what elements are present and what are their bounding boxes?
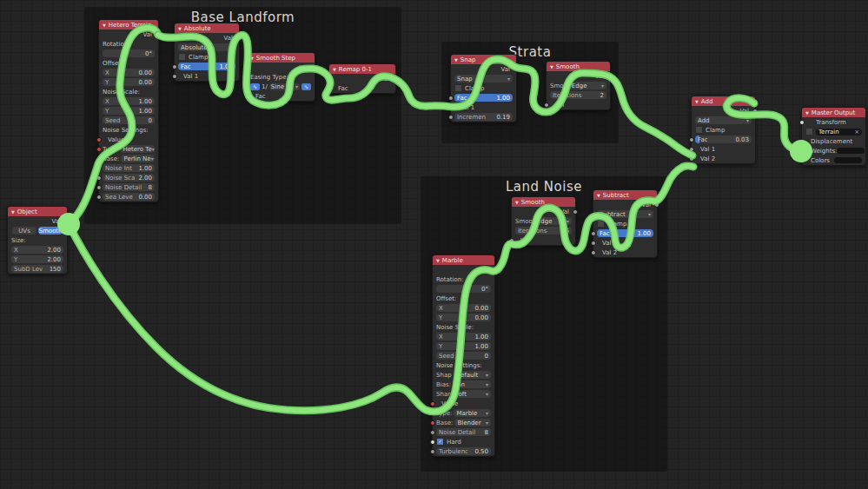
type-dropdown[interactable]: Hetero Te▾ (120, 145, 155, 153)
curve-icon[interactable]: ∿ (301, 83, 311, 90)
toggle-uvs[interactable]: UVs (12, 227, 36, 235)
sea-leve-field[interactable]: Sea Leve0.00 (103, 193, 155, 201)
collapse-arrow-icon[interactable]: ▼ (695, 99, 699, 104)
subd-lev-field[interactable]: SubD Lev150 (11, 265, 63, 273)
node-subtract[interactable]: ▼SubtractValSubtract▾ClampFac1.00Val 1Va… (593, 189, 658, 258)
node-master-output[interactable]: ▼Master OutputTransformTerrain×Displacem… (801, 107, 866, 166)
x-field[interactable]: X0.00 (436, 304, 491, 312)
fraction-icon[interactable]: 1/ (262, 83, 268, 90)
sea-leve-input-socket[interactable] (96, 195, 102, 200)
node-header[interactable]: ▼Absolute (175, 23, 239, 33)
noise-sca-input-socket[interactable] (96, 175, 102, 181)
fac-slider[interactable]: Fac1.00 (454, 94, 513, 102)
clamp-checkbox[interactable] (695, 126, 703, 134)
output-socket[interactable] (752, 109, 758, 114)
node-snap[interactable]: ▼SnapValSnap▾ClampFac1.00Val 1Incremen0.… (450, 54, 517, 122)
output-socket[interactable] (514, 67, 519, 72)
fac-input-socket[interactable] (689, 137, 694, 142)
node-smooth-land-noise[interactable]: ▼SmoothValSmooEdge▾Iterations6Val (511, 196, 576, 246)
node-header[interactable]: ▼Add (692, 96, 755, 106)
seed-field[interactable]: Seed0 (103, 116, 155, 124)
output-socket[interactable] (654, 202, 659, 208)
0-field[interactable]: 0° (436, 285, 491, 293)
noise-int-field[interactable]: Noise Int1.00 (103, 164, 155, 172)
val-input-socket[interactable] (509, 238, 514, 243)
incremen-input-socket[interactable] (448, 115, 454, 120)
val-2-input-socket[interactable] (689, 156, 694, 162)
node-remap-0-1[interactable]: ▼Remap 0-1ValFac (328, 63, 396, 94)
toggle-smooth[interactable]: Smooth (38, 227, 63, 235)
base-dropdown[interactable]: Perlin Ne▾ (121, 155, 155, 162)
x-field[interactable]: X0.00 (103, 69, 155, 76)
node-header[interactable]: ▼Hetero Terrain (99, 20, 158, 30)
smoo-dropdown[interactable]: Edge▾ (534, 217, 572, 225)
collapse-arrow-icon[interactable]: ▼ (805, 110, 809, 116)
node-header[interactable]: ▼Master Output (802, 108, 865, 117)
type-input-socket[interactable] (430, 411, 435, 416)
turbulenc-field[interactable]: Turbulenc0.50 (436, 447, 491, 455)
clamp-checkbox[interactable] (597, 220, 605, 228)
collapse-arrow-icon[interactable]: ▼ (436, 258, 440, 263)
output-socket[interactable] (492, 268, 497, 273)
output-socket[interactable] (393, 76, 398, 82)
seed-field[interactable]: Seed0 (436, 352, 491, 360)
iterations-field[interactable]: Iterations2 (550, 91, 606, 99)
noise-int-input-socket[interactable] (96, 166, 102, 171)
fac-slider[interactable]: Fac1.00 (597, 229, 653, 237)
weights-value-pill[interactable] (837, 148, 865, 154)
x-field[interactable]: X2.00 (11, 246, 63, 254)
iterations-field[interactable]: Iterations6 (515, 227, 572, 235)
incremen-field[interactable]: Incremen0.19 (454, 113, 513, 121)
shar-dropdown[interactable]: Soft▾ (452, 390, 491, 398)
smoo-dropdown[interactable]: Edge▾ (569, 82, 606, 89)
output-socket[interactable] (312, 65, 317, 70)
node-marble[interactable]: ▼MarbleValRotation:0°Offset:X0.00Y0.00No… (432, 254, 495, 457)
collapse-arrow-icon[interactable]: ▼ (250, 56, 254, 61)
base-input-socket[interactable] (430, 420, 435, 426)
node-header[interactable]: ▼Subtract (593, 190, 657, 200)
node-header[interactable]: ▼Remap 0-1 (329, 64, 395, 74)
y-field[interactable]: Y0.00 (436, 314, 491, 321)
node-smooth-strata[interactable]: ▼SmoothValSmooEdge▾Iterations2Val (546, 61, 611, 110)
output-socket[interactable] (607, 74, 613, 79)
fac-input-socket[interactable] (172, 64, 177, 69)
displacement-input-socket[interactable] (799, 139, 805, 144)
collapse-arrow-icon[interactable]: ▼ (454, 57, 458, 63)
noise-detail-input-socket[interactable] (430, 430, 435, 435)
base-input-socket[interactable] (96, 156, 102, 162)
fac-slider[interactable]: Fac1.00 (178, 63, 235, 70)
val-2-input-socket[interactable] (591, 250, 596, 255)
x-field[interactable]: X1.00 (103, 97, 155, 105)
collapse-arrow-icon[interactable]: ▼ (333, 67, 336, 72)
output-name-checkbox[interactable] (805, 128, 813, 135)
collapse-arrow-icon[interactable]: ▼ (515, 200, 519, 205)
x-field[interactable]: X1.00 (436, 333, 491, 340)
val-1-input-socket[interactable] (172, 74, 177, 79)
subtract-dropdown[interactable]: Subtract▾ (597, 210, 653, 218)
snap-dropdown[interactable]: Snap▾ (454, 75, 513, 83)
0-field[interactable]: 0° (103, 50, 155, 57)
node-header[interactable]: ▼Smooth (547, 62, 610, 71)
hard-checkbox[interactable]: ✓ (436, 438, 444, 446)
add-dropdown[interactable]: Add▾ (695, 116, 752, 124)
easing-dropdown[interactable]: Sine▾ (269, 83, 300, 90)
output-socket[interactable] (236, 36, 242, 41)
collapse-arrow-icon[interactable]: ▼ (11, 209, 15, 215)
node-header[interactable]: ▼Snap (451, 55, 516, 64)
collapse-arrow-icon[interactable]: ▼ (597, 193, 600, 198)
colors-input-socket[interactable] (799, 158, 805, 163)
y-field[interactable]: Y1.00 (436, 342, 491, 350)
output-socket[interactable] (573, 209, 578, 215)
fac-input-socket[interactable] (244, 94, 249, 99)
node-editor-canvas[interactable]: Base LandformStrataLand Noise▼ObjectValU… (0, 0, 868, 489)
node-header[interactable]: ▼Marble (433, 255, 494, 265)
clear-icon[interactable]: × (854, 129, 859, 135)
fac-input-socket[interactable] (327, 86, 332, 91)
colors-value-pill[interactable] (834, 157, 862, 163)
node-hetero-terrain[interactable]: ▼Hetero TerrainValRotation:0°Offset:X0.0… (98, 19, 159, 202)
bias-dropdown[interactable]: Sin▾ (453, 380, 491, 388)
output-socket[interactable] (64, 219, 70, 224)
hard-input-socket[interactable] (430, 439, 435, 445)
node-add[interactable]: ▼AddValAdd▾ClampFac0.03Val 1Val 2 (691, 96, 756, 164)
noise-detail-input-socket[interactable] (96, 185, 102, 190)
